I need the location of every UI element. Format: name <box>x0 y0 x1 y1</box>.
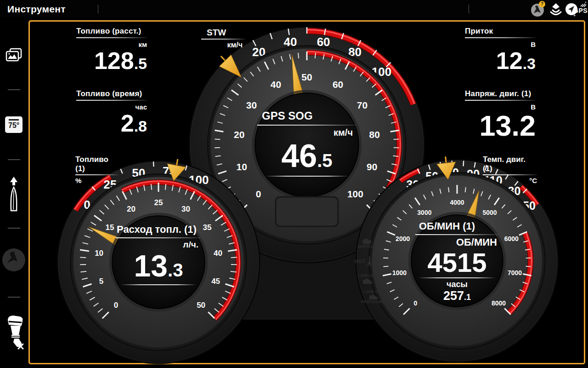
readout-label: Топливо (расст.) <box>76 27 147 36</box>
temp-scale-title: Темп. двиг. (1) °C <box>483 155 537 184</box>
tick-mark <box>384 266 389 267</box>
inner-scale-label: 10 <box>237 161 247 172</box>
sidebar-divider <box>8 297 20 298</box>
inner-scale-label: 25 <box>154 198 163 207</box>
readout-value: 2.8 <box>76 112 147 135</box>
rpm-title: ОБ/МИН (1) <box>415 220 499 232</box>
underline <box>257 125 356 126</box>
temperature-widget[interactable]: 75° <box>0 116 28 133</box>
tick-mark <box>464 161 464 167</box>
fuel-rate-value: 13.3 <box>116 252 201 281</box>
boat-icon <box>6 177 22 213</box>
fuel-rate-hub-readout: Расход топл. (1) л/ч. 13.3 <box>116 224 201 285</box>
gauge-stem-tab <box>276 197 338 226</box>
sonar-icon[interactable] <box>548 1 564 17</box>
inner-scale-label: 60 <box>333 79 343 90</box>
satellite-icon <box>580 1 587 7</box>
screenshot-button[interactable] <box>0 47 28 65</box>
outboard-motor-icon <box>3 314 24 352</box>
fuel-unit: % <box>75 177 119 184</box>
thermometer-icon <box>367 256 372 267</box>
inner-scale-label: 20 <box>234 129 244 140</box>
inner-scale-label: 3000 <box>417 209 431 216</box>
inner-scale-label: 50 <box>197 301 205 310</box>
sog-hub-readout: GPS SOG км/ч 46.5 <box>257 109 356 177</box>
sog-value-main: 46 <box>281 138 317 174</box>
inner-scale-label: 35 <box>203 223 212 232</box>
gps-status-icon[interactable]: GPS + <box>573 1 588 17</box>
low-oil-warning: LOW OIL <box>355 273 379 284</box>
tick-mark <box>231 257 237 258</box>
readout-value: 12.3 <box>465 50 536 72</box>
compass-rose-icon <box>1 247 26 272</box>
engine-hours-value: 257.1 <box>415 290 499 302</box>
rpm-value: 4515 <box>415 250 499 275</box>
value-main: 128 <box>94 47 134 74</box>
readout-label: Напряж. двиг. (1) <box>465 89 536 98</box>
readout-label: Приток <box>465 27 536 36</box>
inner-scale-label: 7000 <box>508 269 522 276</box>
underline <box>483 174 537 175</box>
stw-unit: км/ч <box>201 41 245 49</box>
low-oil-pressure-warning: LOW OIL PRESSURE <box>359 289 387 304</box>
sog-value-decimal: .5 <box>317 150 332 171</box>
sidebar-divider <box>8 228 20 229</box>
service-warning-label: SERVICE <box>355 244 379 249</box>
inner-scale-label: 1000 <box>392 269 407 276</box>
stw-scale-title: STW км/ч <box>201 28 245 49</box>
inner-scale-label: 90 <box>367 161 377 172</box>
inner-scale-label: 0 <box>114 301 118 310</box>
chart-orientation-button[interactable] <box>0 247 28 272</box>
images-icon <box>4 47 24 65</box>
sog-value: 46.5 <box>257 141 356 172</box>
topbar-divider <box>469 5 469 13</box>
topbar-divider <box>98 5 98 13</box>
service-warning: SERVICE <box>355 238 379 249</box>
rpm-unit: ОБ/МИН <box>415 236 499 248</box>
engine-voltage-readout: Напряж. двиг. (1) В 13.2 <box>465 89 536 140</box>
inner-scale-label: 6000 <box>504 235 519 242</box>
inner-scale-label: 70 <box>357 100 368 110</box>
inner-scale-label: 100 <box>347 189 363 199</box>
tick-mark <box>165 184 166 190</box>
inner-scale-label: 20 <box>127 205 136 213</box>
sidebar-divider <box>8 159 20 160</box>
boat-position-button[interactable] <box>0 177 28 213</box>
system-status-icon[interactable]: ? <box>530 1 546 17</box>
inner-scale-label: 4000 <box>450 199 464 206</box>
hot-warning: HOT <box>355 256 372 267</box>
gps-plus-label: + <box>573 13 576 18</box>
help-badge: ? <box>539 1 545 7</box>
underline <box>76 100 147 101</box>
value-main: 2 <box>121 110 134 137</box>
sog-title: GPS SOG <box>257 109 356 122</box>
readout-value: 128.5 <box>76 50 147 72</box>
tick-mark <box>315 53 316 58</box>
oil-can-icon <box>368 294 379 299</box>
value-decimal: .8 <box>134 117 147 135</box>
sog-unit: км/ч <box>257 127 356 138</box>
low-oil-warning-label: LOW OIL <box>355 273 379 278</box>
outer-needle-tail <box>446 156 446 162</box>
fuel-label: Топливо (1) <box>75 155 119 173</box>
inner-scale-label: 40 <box>214 249 222 258</box>
tick-mark <box>80 257 86 258</box>
tick-mark <box>153 161 154 167</box>
tick-mark <box>215 139 220 139</box>
engine-hours-decimal: .1 <box>464 293 471 302</box>
inner-scale-label: 0 <box>256 189 261 199</box>
inner-scale-label: 5000 <box>483 209 497 216</box>
low-oil-pressure-label-bottom: PRESSURE <box>359 299 387 304</box>
underline <box>465 100 536 101</box>
readout-label: Топливо (время) <box>76 89 147 98</box>
engine-button[interactable] <box>0 314 28 352</box>
page-title: Инструмент <box>7 4 66 15</box>
readout-unit: час <box>76 103 147 111</box>
inner-scale-label: 5 <box>99 277 103 286</box>
fuel-rate-value-main: 13 <box>134 249 168 283</box>
underline <box>465 37 536 38</box>
fuel-rate-title: Расход топл. (1) <box>116 224 201 236</box>
tick-mark <box>298 53 299 58</box>
temperature-bar-icon <box>9 119 19 121</box>
tick-mark <box>394 139 399 139</box>
